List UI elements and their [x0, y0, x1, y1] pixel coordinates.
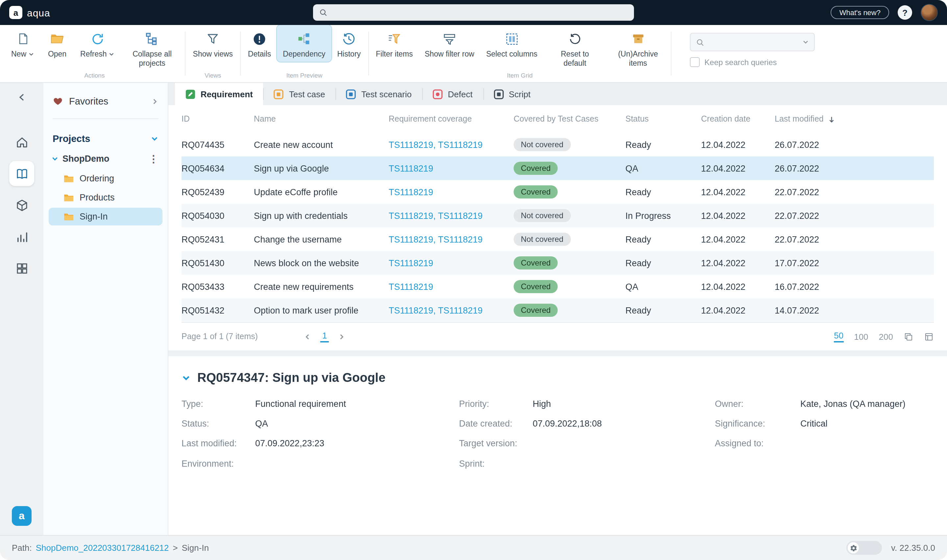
detail-header[interactable]: RQ0574347: Sign up via Google	[182, 371, 934, 385]
refresh-icon	[91, 31, 104, 47]
whats-new-button[interactable]: What's new?	[831, 6, 889, 19]
collapse-all-projects-button[interactable]: Collapse all projects	[121, 25, 184, 70]
folder-item[interactable]: Products	[49, 189, 162, 206]
tab-requirement[interactable]: Requirement	[175, 83, 263, 105]
reset-to-default-button[interactable]: Reset to default	[543, 25, 606, 70]
project-shopdemo[interactable]: ShopDemo ⋮	[43, 149, 168, 168]
column-header-last-modified[interactable]: Last modified	[775, 114, 934, 123]
tab-test-case[interactable]: Test case	[263, 83, 336, 105]
page-size-100[interactable]: 100	[854, 332, 868, 342]
aqua-app: a aqua What's new? ? New Open	[0, 0, 947, 560]
nav-reports-button[interactable]	[9, 224, 34, 249]
coverage-link[interactable]: TS1118219	[389, 258, 433, 268]
column-header-name[interactable]: Name	[254, 114, 389, 123]
table-row[interactable]: RQ074435 Create new account TS1118219, T…	[182, 133, 934, 157]
history-button[interactable]: History	[331, 25, 367, 62]
unarchive-items-button[interactable]: (Un)Archive items	[606, 25, 670, 70]
page-size-200[interactable]: 200	[879, 332, 893, 342]
coverage-link[interactable]: TS1118219, TS1118219	[389, 211, 483, 220]
path-project-link[interactable]: ShopDemo_202203301728416212	[36, 543, 169, 553]
cell-name: Create new account	[254, 140, 389, 149]
open-button[interactable]: Open	[40, 25, 74, 62]
collapse-detail-chevron-icon[interactable]	[182, 373, 191, 383]
table-row[interactable]: RQ052439 Update eCoffe profile TS1118219…	[182, 180, 934, 204]
details-button[interactable]: Details	[242, 25, 277, 62]
chevron-down-icon[interactable]	[802, 39, 809, 45]
chevron-right-icon[interactable]	[151, 98, 159, 105]
next-page-icon[interactable]	[338, 333, 346, 340]
column-header-covered[interactable]: Covered by Test Cases	[514, 114, 625, 123]
dependency-button[interactable]: Dependency	[277, 25, 331, 62]
copy-icon[interactable]	[904, 332, 913, 342]
select-columns-button[interactable]: Select columns	[480, 25, 543, 62]
field-label: Sprint:	[459, 458, 533, 470]
coverage-link[interactable]: TS1118219	[389, 282, 433, 291]
refresh-button[interactable]: Refresh	[74, 25, 121, 62]
brand[interactable]: a aqua	[9, 6, 50, 19]
coverage-link[interactable]: TS1118219	[389, 163, 433, 173]
table-row[interactable]: RQ054030 Sign up with credentials TS1118…	[182, 204, 934, 228]
new-button[interactable]: New	[5, 25, 40, 62]
field-value: 07.09.2022,23:23	[255, 438, 459, 450]
chevron-down-icon[interactable]	[151, 135, 159, 143]
table-row[interactable]: RQ052431 Change the username TS1118219, …	[182, 228, 934, 251]
settings-toggle[interactable]	[846, 541, 882, 555]
table-row[interactable]: RQ054634 Sign up via Google TS1118219 Co…	[182, 157, 934, 180]
field-label: Type:	[182, 398, 255, 410]
nav-apps-button[interactable]	[9, 256, 34, 281]
table-row[interactable]: RQ051430 News block on the website TS111…	[182, 251, 934, 275]
toolbar-search-input[interactable]	[690, 33, 815, 51]
filter-items-button[interactable]: Filter items	[370, 25, 419, 62]
keep-search-queries-option[interactable]: Keep search queries	[690, 57, 815, 67]
previous-page-icon[interactable]	[304, 333, 311, 340]
page-size-50[interactable]: 50	[834, 331, 844, 342]
show-views-button[interactable]: Show views	[187, 25, 239, 62]
detail-title: RQ0574347: Sign up via Google	[197, 371, 385, 385]
folder-item[interactable]: Sign-In	[49, 208, 162, 225]
coverage-link[interactable]: TS1118219, TS1118219	[389, 305, 483, 315]
app-window: a aqua What's new? ? New Open	[0, 0, 947, 560]
coverage-link[interactable]: TS1118219	[389, 187, 433, 197]
toolbar-divider	[368, 32, 369, 75]
folder-item[interactable]: Ordering	[49, 169, 162, 187]
sort-descending-icon	[828, 115, 836, 123]
column-header-coverage[interactable]: Requirement coverage	[389, 114, 514, 123]
chevron-down-icon[interactable]	[51, 155, 59, 162]
select-columns-label: Select columns	[486, 50, 537, 59]
project-menu-kebab-icon[interactable]: ⋮	[149, 154, 159, 164]
column-header-status[interactable]: Status	[625, 114, 701, 123]
checkbox-icon[interactable]	[690, 57, 700, 67]
coverage-link[interactable]: TS1118219, TS1118219	[389, 140, 483, 149]
avatar[interactable]	[921, 4, 938, 21]
tab-script[interactable]: Script	[483, 83, 541, 105]
global-search-input[interactable]	[313, 4, 634, 21]
cell-last-modified: 17.07.2022	[775, 258, 934, 268]
favorites-section[interactable]: Favorites	[43, 89, 168, 113]
cell-creation-date: 12.04.2022	[701, 258, 775, 268]
column-header-creation-date[interactable]: Creation date	[701, 114, 775, 123]
tab-label: Test scenario	[361, 89, 412, 99]
nav-home-button[interactable]	[9, 129, 34, 154]
table-row[interactable]: RQ051432 Option to mark user profile TS1…	[182, 298, 934, 322]
tab-test-scenario[interactable]: Test scenario	[336, 83, 422, 105]
collapse-tree-icon	[145, 31, 160, 47]
cell-status: Ready	[625, 187, 701, 197]
cell-id: RQ054634	[182, 163, 254, 173]
show-filter-row-button[interactable]: Show filter row	[419, 25, 480, 62]
help-button[interactable]: ?	[898, 5, 912, 20]
nav-projects-button[interactable]	[9, 161, 34, 186]
details-label: Details	[248, 50, 271, 59]
table-row[interactable]: RQ053433 Create new requirements TS11182…	[182, 275, 934, 298]
cell-creation-date: 12.04.2022	[701, 211, 775, 220]
toolbar-divider	[240, 32, 241, 75]
projects-section-header[interactable]: Projects	[43, 124, 168, 149]
export-grid-icon[interactable]	[924, 332, 934, 342]
current-page[interactable]: 1	[320, 331, 329, 342]
coverage-link[interactable]: TS1118219, TS1118219	[389, 234, 483, 244]
tab-defect[interactable]: Defect	[422, 83, 483, 105]
collapse-sidebar-button[interactable]	[14, 92, 29, 105]
cell-name: News block on the website	[254, 258, 389, 268]
nav-package-button[interactable]	[9, 192, 34, 218]
column-header-id[interactable]: ID	[182, 114, 254, 123]
field-label: Date created:	[459, 418, 533, 430]
